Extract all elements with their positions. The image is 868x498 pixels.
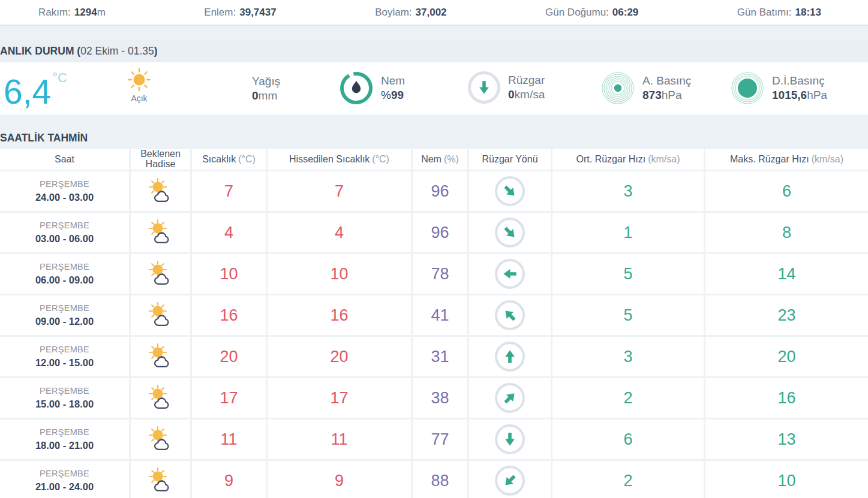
info-item-sunrise: Gün Doğumu:06:29 xyxy=(545,7,638,19)
info-item-sunset: Gün Batımı:18:13 xyxy=(737,7,821,19)
table-row: PERŞEMBE 21.00 - 24.00 9 9 88 xyxy=(0,461,868,498)
sun-cloud-icon xyxy=(145,384,176,412)
column-header-temperature: Sıcaklık(°C) xyxy=(192,149,266,170)
row-max-wind: 8 xyxy=(705,213,868,252)
current-conditions-panel: 6,4°C Açık Yağış 0mm xyxy=(0,62,868,114)
station-info-bar: Rakım:1294m Enlem:39,7437 Boylam:37,002 … xyxy=(0,0,868,26)
sun-cloud-icon xyxy=(145,467,176,494)
row-avg-wind: 1 xyxy=(552,213,704,252)
row-avg-wind: 3 xyxy=(552,171,704,211)
column-header-wind-direction: Rüzgar Yönü xyxy=(469,149,551,170)
row-temperature: 20 xyxy=(192,337,266,376)
row-humidity: 77 xyxy=(413,419,467,459)
row-time-range: 24.00 - 03.00 xyxy=(35,191,94,204)
wind-direction-arrow xyxy=(498,469,522,493)
row-avg-wind: 6 xyxy=(552,419,704,459)
column-header-time: Saat xyxy=(0,149,129,170)
row-max-wind: 6 xyxy=(705,171,868,211)
row-feels-like: 9 xyxy=(268,461,411,498)
row-avg-wind: 3 xyxy=(552,337,704,376)
row-feels-like: 7 xyxy=(268,171,411,211)
humidity-metric: Nem %99 xyxy=(340,71,405,105)
row-feels-like: 16 xyxy=(268,295,411,335)
row-max-wind: 13 xyxy=(705,419,868,459)
humidity-gauge-drop-icon xyxy=(340,71,373,105)
wind-direction-icon xyxy=(495,424,525,454)
wind-direction-arrow xyxy=(501,431,518,448)
row-day: PERŞEMBE xyxy=(40,261,89,273)
hourly-forecast-section: SAATLİK TAHMİN Saat Beklenen Hadise Sıca… xyxy=(0,126,868,498)
wind-direction-icon xyxy=(495,300,525,330)
table-row: PERŞEMBE 18.00 - 21.00 11 11 77 xyxy=(0,419,868,459)
table-row: PERŞEMBE 24.00 - 03.00 7 7 96 xyxy=(0,171,868,211)
row-day: PERŞEMBE xyxy=(40,220,89,232)
row-humidity: 78 xyxy=(413,254,467,294)
sun-cloud-icon xyxy=(145,301,176,329)
column-header-condition: Beklenen Hadise xyxy=(131,149,190,170)
sun-cloud-icon xyxy=(145,177,176,205)
hourly-forecast-table: Saat Beklenen Hadise Sıcaklık(°C) Hissed… xyxy=(0,149,868,498)
row-humidity: 31 xyxy=(413,337,467,376)
temperature-unit: °C xyxy=(52,70,67,85)
row-humidity: 88 xyxy=(413,461,467,498)
row-time-range: 21.00 - 24.00 xyxy=(35,480,94,493)
current-condition: Açık xyxy=(113,66,166,103)
row-feels-like: 4 xyxy=(268,213,411,252)
wind-direction-arrow xyxy=(501,265,518,282)
wind-direction-icon xyxy=(495,259,525,289)
precipitation-metric: Yağış 0mm xyxy=(252,74,280,103)
wind-direction-arrow xyxy=(498,303,522,327)
section-title: ANLIK DURUM ( xyxy=(0,45,80,58)
table-row: PERŞEMBE 09.00 - 12.00 16 16 41 xyxy=(0,295,868,335)
row-humidity: 96 xyxy=(413,213,467,252)
row-temperature: 9 xyxy=(192,461,266,498)
sun-cloud-icon xyxy=(145,219,176,246)
row-max-wind: 20 xyxy=(705,337,868,376)
info-item-latitude: Enlem:39,7437 xyxy=(204,7,276,19)
sun-icon xyxy=(125,66,153,93)
condition-label: Açık xyxy=(113,93,166,103)
row-max-wind: 23 xyxy=(705,295,868,335)
wind-metric: Rüzgar 0km/sa xyxy=(468,71,545,104)
row-day: PERŞEMBE xyxy=(40,303,89,315)
row-avg-wind: 2 xyxy=(552,461,704,498)
row-day: PERŞEMBE xyxy=(40,468,89,480)
row-humidity: 38 xyxy=(413,378,467,418)
wind-direction-arrow xyxy=(498,221,522,245)
wind-direction-icon xyxy=(495,383,525,413)
wind-direction-arrow xyxy=(498,179,522,203)
wind-direction-icon xyxy=(495,466,525,496)
table-row: PERŞEMBE 06.00 - 09.00 10 10 78 xyxy=(0,254,868,294)
current-conditions-header: ANLIK DURUM (02 Ekim - 01.35) xyxy=(0,40,868,62)
row-temperature: 11 xyxy=(192,419,266,459)
row-time-range: 12.00 - 15.00 xyxy=(35,356,94,369)
section-timestamp: 02 Ekim - 01.35 xyxy=(80,45,154,58)
wind-direction-arrow xyxy=(501,348,518,365)
row-temperature: 10 xyxy=(192,254,266,294)
column-header-max-wind: Maks. Rüzgar Hızı(km/sa) xyxy=(705,149,868,170)
table-row: PERŞEMBE 03.00 - 06.00 4 4 96 xyxy=(0,213,868,252)
wind-direction-icon xyxy=(495,342,525,372)
row-day: PERŞEMBE xyxy=(40,427,89,439)
sea-level-pressure-icon xyxy=(731,71,764,105)
row-temperature: 7 xyxy=(192,171,266,211)
wind-down-arrow-icon xyxy=(468,71,500,104)
row-feels-like: 10 xyxy=(268,254,411,294)
row-feels-like: 20 xyxy=(268,337,411,376)
info-item-altitude: Rakım:1294m xyxy=(38,7,106,19)
row-avg-wind: 5 xyxy=(552,295,704,335)
sun-cloud-icon xyxy=(145,425,176,453)
row-time-range: 18.00 - 21.00 xyxy=(35,439,94,452)
table-row: PERŞEMBE 15.00 - 18.00 17 17 38 xyxy=(0,378,868,418)
row-day: PERŞEMBE xyxy=(40,179,89,191)
row-time-range: 03.00 - 06.00 xyxy=(35,232,94,245)
wind-direction-icon xyxy=(495,218,525,248)
row-feels-like: 17 xyxy=(268,378,411,418)
forecast-table-body: PERŞEMBE 24.00 - 03.00 7 7 96 xyxy=(0,171,868,498)
table-header-row: Saat Beklenen Hadise Sıcaklık(°C) Hissed… xyxy=(0,149,868,170)
row-humidity: 96 xyxy=(413,171,467,211)
column-header-humidity: Nem(%) xyxy=(413,149,467,170)
info-item-longitude: Boylam:37,002 xyxy=(375,7,446,19)
row-max-wind: 10 xyxy=(705,461,868,498)
row-temperature: 17 xyxy=(192,378,266,418)
